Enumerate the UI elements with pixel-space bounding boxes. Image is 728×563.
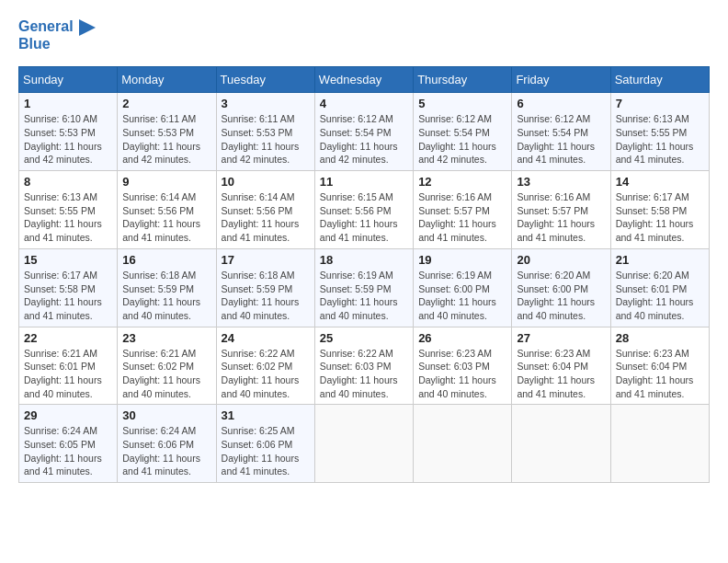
- day-number: 14: [616, 175, 704, 189]
- calendar-body: 1Sunrise: 6:10 AMSunset: 5:53 PMDaylight…: [19, 93, 710, 483]
- day-info: Sunrise: 6:20 AMSunset: 6:00 PMDaylight:…: [517, 269, 605, 323]
- calendar-day: 5Sunrise: 6:12 AMSunset: 5:54 PMDaylight…: [414, 93, 512, 171]
- calendar-day: 18Sunrise: 6:19 AMSunset: 5:59 PMDayligh…: [314, 248, 413, 327]
- calendar-day: 31Sunrise: 6:25 AMSunset: 6:06 PMDayligh…: [216, 405, 314, 483]
- day-number: 16: [122, 253, 210, 267]
- calendar-day: 23Sunrise: 6:21 AMSunset: 6:02 PMDayligh…: [118, 327, 216, 405]
- calendar-day: 25Sunrise: 6:22 AMSunset: 6:03 PMDayligh…: [314, 327, 413, 405]
- calendar-week-5: 29Sunrise: 6:24 AMSunset: 6:05 PMDayligh…: [19, 405, 710, 483]
- calendar-day: 10Sunrise: 6:14 AMSunset: 5:56 PMDayligh…: [216, 171, 314, 249]
- day-info: Sunrise: 6:24 AMSunset: 6:05 PMDaylight:…: [24, 424, 112, 478]
- calendar-day: 3Sunrise: 6:11 AMSunset: 5:53 PMDaylight…: [216, 93, 314, 171]
- day-info: Sunrise: 6:10 AMSunset: 5:53 PMDaylight:…: [24, 112, 112, 167]
- day-number: 15: [24, 253, 112, 267]
- day-number: 20: [517, 253, 605, 267]
- day-info: Sunrise: 6:23 AMSunset: 6:04 PMDaylight:…: [616, 347, 704, 401]
- calendar-day: 15Sunrise: 6:17 AMSunset: 5:58 PMDayligh…: [19, 248, 118, 327]
- day-number: 12: [418, 175, 506, 189]
- calendar-day: 13Sunrise: 6:16 AMSunset: 5:57 PMDayligh…: [512, 171, 610, 249]
- day-info: Sunrise: 6:14 AMSunset: 5:56 PMDaylight:…: [122, 190, 210, 245]
- calendar-week-4: 22Sunrise: 6:21 AMSunset: 6:01 PMDayligh…: [19, 327, 710, 405]
- calendar-table: SundayMondayTuesdayWednesdayThursdayFrid…: [18, 66, 710, 483]
- day-info: Sunrise: 6:18 AMSunset: 5:59 PMDaylight:…: [222, 269, 310, 323]
- day-info: Sunrise: 6:16 AMSunset: 5:57 PMDaylight:…: [418, 190, 506, 245]
- calendar-day: 1Sunrise: 6:10 AMSunset: 5:53 PMDaylight…: [19, 93, 118, 171]
- day-info: Sunrise: 6:18 AMSunset: 5:59 PMDaylight:…: [122, 269, 210, 323]
- day-number: 6: [517, 97, 605, 110]
- page-header: General Blue: [18, 18, 710, 52]
- calendar-day: 29Sunrise: 6:24 AMSunset: 6:05 PMDayligh…: [19, 405, 118, 483]
- day-number: 30: [122, 408, 210, 422]
- day-info: Sunrise: 6:12 AMSunset: 5:54 PMDaylight:…: [320, 112, 408, 167]
- day-info: Sunrise: 6:22 AMSunset: 6:03 PMDaylight:…: [320, 347, 408, 401]
- calendar-day: [512, 405, 610, 483]
- calendar-day: 26Sunrise: 6:23 AMSunset: 6:03 PMDayligh…: [414, 327, 512, 405]
- day-number: 4: [320, 97, 408, 110]
- svg-marker-0: [79, 19, 96, 36]
- calendar-header: SundayMondayTuesdayWednesdayThursdayFrid…: [19, 67, 710, 93]
- weekday-header-saturday: Saturday: [610, 67, 709, 93]
- day-info: Sunrise: 6:23 AMSunset: 6:03 PMDaylight:…: [418, 347, 506, 401]
- day-info: Sunrise: 6:19 AMSunset: 6:00 PMDaylight:…: [418, 269, 506, 323]
- day-number: 24: [222, 331, 310, 345]
- calendar-day: 7Sunrise: 6:13 AMSunset: 5:55 PMDaylight…: [610, 93, 709, 171]
- day-number: 9: [122, 175, 210, 189]
- day-number: 10: [222, 175, 310, 189]
- day-info: Sunrise: 6:13 AMSunset: 5:55 PMDaylight:…: [24, 190, 112, 245]
- day-number: 29: [24, 408, 112, 422]
- day-info: Sunrise: 6:22 AMSunset: 6:02 PMDaylight:…: [222, 347, 310, 401]
- calendar-day: 20Sunrise: 6:20 AMSunset: 6:00 PMDayligh…: [512, 248, 610, 327]
- day-number: 22: [24, 331, 112, 345]
- day-info: Sunrise: 6:17 AMSunset: 5:58 PMDaylight:…: [616, 190, 704, 245]
- weekday-header-monday: Monday: [118, 67, 216, 93]
- calendar-week-2: 8Sunrise: 6:13 AMSunset: 5:55 PMDaylight…: [19, 171, 710, 249]
- day-info: Sunrise: 6:16 AMSunset: 5:57 PMDaylight:…: [517, 190, 605, 245]
- calendar-day: 21Sunrise: 6:20 AMSunset: 6:01 PMDayligh…: [610, 248, 709, 327]
- day-info: Sunrise: 6:19 AMSunset: 5:59 PMDaylight:…: [320, 269, 408, 323]
- day-number: 27: [517, 331, 605, 345]
- day-info: Sunrise: 6:21 AMSunset: 6:02 PMDaylight:…: [122, 347, 210, 401]
- day-info: Sunrise: 6:20 AMSunset: 6:01 PMDaylight:…: [616, 269, 704, 323]
- day-number: 26: [418, 331, 506, 345]
- day-number: 2: [122, 97, 210, 110]
- calendar-day: 11Sunrise: 6:15 AMSunset: 5:56 PMDayligh…: [314, 171, 413, 249]
- day-number: 11: [320, 175, 408, 189]
- day-info: Sunrise: 6:25 AMSunset: 6:06 PMDaylight:…: [222, 424, 310, 478]
- day-number: 28: [616, 331, 704, 345]
- day-number: 1: [24, 97, 112, 110]
- day-number: 7: [616, 97, 704, 110]
- weekday-header-thursday: Thursday: [414, 67, 512, 93]
- day-number: 25: [320, 331, 408, 345]
- day-number: 13: [517, 175, 605, 189]
- day-info: Sunrise: 6:21 AMSunset: 6:01 PMDaylight:…: [24, 347, 112, 401]
- calendar-day: 16Sunrise: 6:18 AMSunset: 5:59 PMDayligh…: [118, 248, 216, 327]
- calendar-week-3: 15Sunrise: 6:17 AMSunset: 5:58 PMDayligh…: [19, 248, 710, 327]
- calendar-day: 30Sunrise: 6:24 AMSunset: 6:06 PMDayligh…: [118, 405, 216, 483]
- day-number: 31: [222, 408, 310, 422]
- calendar-day: 9Sunrise: 6:14 AMSunset: 5:56 PMDaylight…: [118, 171, 216, 249]
- calendar-day: [414, 405, 512, 483]
- weekday-header-sunday: Sunday: [19, 67, 118, 93]
- calendar-day: 14Sunrise: 6:17 AMSunset: 5:58 PMDayligh…: [610, 171, 709, 249]
- calendar-day: 12Sunrise: 6:16 AMSunset: 5:57 PMDayligh…: [414, 171, 512, 249]
- day-number: 19: [418, 253, 506, 267]
- calendar-day: 4Sunrise: 6:12 AMSunset: 5:54 PMDaylight…: [314, 93, 413, 171]
- calendar-day: 24Sunrise: 6:22 AMSunset: 6:02 PMDayligh…: [216, 327, 314, 405]
- calendar-day: 17Sunrise: 6:18 AMSunset: 5:59 PMDayligh…: [216, 248, 314, 327]
- calendar-day: 22Sunrise: 6:21 AMSunset: 6:01 PMDayligh…: [19, 327, 118, 405]
- day-number: 5: [418, 97, 506, 110]
- logo-triangle-icon: [79, 19, 96, 36]
- day-info: Sunrise: 6:15 AMSunset: 5:56 PMDaylight:…: [320, 190, 408, 245]
- weekday-header-tuesday: Tuesday: [216, 67, 314, 93]
- day-info: Sunrise: 6:11 AMSunset: 5:53 PMDaylight:…: [222, 112, 310, 167]
- day-info: Sunrise: 6:13 AMSunset: 5:55 PMDaylight:…: [616, 112, 704, 167]
- calendar-day: [610, 405, 709, 483]
- day-info: Sunrise: 6:14 AMSunset: 5:56 PMDaylight:…: [222, 190, 310, 245]
- logo: General Blue: [18, 18, 96, 52]
- day-number: 23: [122, 331, 210, 345]
- day-number: 8: [24, 175, 112, 189]
- day-info: Sunrise: 6:23 AMSunset: 6:04 PMDaylight:…: [517, 347, 605, 401]
- day-info: Sunrise: 6:17 AMSunset: 5:58 PMDaylight:…: [24, 269, 112, 323]
- day-info: Sunrise: 6:11 AMSunset: 5:53 PMDaylight:…: [122, 112, 210, 167]
- calendar-day: 8Sunrise: 6:13 AMSunset: 5:55 PMDaylight…: [19, 171, 118, 249]
